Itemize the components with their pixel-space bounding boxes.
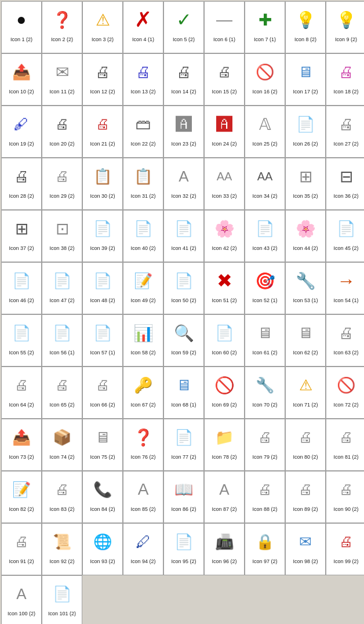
- icon-cell-54[interactable]: →Icon 54 (1): [326, 262, 364, 314]
- icon-cell-20[interactable]: 🖨Icon 20 (2): [42, 106, 82, 158]
- icon-cell-62[interactable]: 🖥Icon 62 (2): [285, 314, 326, 367]
- icon-cell-41[interactable]: 📄Icon 41 (2): [163, 210, 204, 262]
- icon-cell-13[interactable]: 🖨Icon 13 (2): [123, 53, 163, 106]
- icon-cell-84[interactable]: 📞Icon 84 (2): [82, 471, 123, 523]
- icon-cell-70[interactable]: 🔧Icon 70 (2): [245, 367, 285, 419]
- icon-cell-71[interactable]: ⚠Icon 71 (2): [285, 367, 326, 419]
- icon-cell-64[interactable]: 🖨Icon 64 (2): [1, 367, 42, 419]
- icon-cell-12[interactable]: 🖨Icon 12 (2): [82, 53, 123, 106]
- icon-cell-101[interactable]: 📄Icon 101 (2): [42, 575, 82, 624]
- icon-cell-38[interactable]: ⊡Icon 38 (2): [42, 210, 82, 262]
- icon-cell-15[interactable]: 🖨Icon 15 (2): [204, 53, 245, 106]
- icon-cell-90[interactable]: 🖨Icon 90 (2): [326, 471, 364, 523]
- icon-cell-49[interactable]: 📝Icon 49 (2): [123, 262, 163, 314]
- icon-cell-39[interactable]: 📄Icon 39 (2): [82, 210, 123, 262]
- icon-cell-33[interactable]: AAIcon 33 (2): [204, 158, 245, 210]
- icon-cell-4[interactable]: ✗Icon 4 (1): [123, 1, 163, 53]
- icon-cell-50[interactable]: 📄Icon 50 (2): [163, 262, 204, 314]
- icon-cell-98[interactable]: ✉Icon 98 (2): [285, 523, 326, 575]
- icon-cell-81[interactable]: 🖨Icon 81 (2): [326, 419, 364, 471]
- icon-cell-8[interactable]: 💡Icon 8 (2): [285, 1, 326, 53]
- icon-cell-19[interactable]: 🖋Icon 19 (2): [1, 106, 42, 158]
- icon-cell-17[interactable]: 🖥Icon 17 (2): [285, 53, 326, 106]
- icon-cell-86[interactable]: 📖Icon 86 (2): [163, 471, 204, 523]
- icon-cell-47[interactable]: 📄Icon 47 (2): [42, 262, 82, 314]
- icon-cell-28[interactable]: 🖨Icon 28 (2): [1, 158, 42, 210]
- icon-cell-53[interactable]: 🔧Icon 53 (1): [285, 262, 326, 314]
- icon-cell-91[interactable]: 🖨Icon 91 (2): [1, 523, 42, 575]
- icon-cell-68[interactable]: 🖥Icon 68 (1): [163, 367, 204, 419]
- icon-cell-24[interactable]: 🅰Icon 24 (2): [204, 106, 245, 158]
- icon-cell-46[interactable]: 📄Icon 46 (2): [1, 262, 42, 314]
- icon-cell-85[interactable]: AIcon 85 (2): [123, 471, 163, 523]
- icon-cell-34[interactable]: AAIcon 34 (2): [245, 158, 285, 210]
- icon-cell-16[interactable]: 🚫Icon 16 (2): [245, 53, 285, 106]
- icon-cell-93[interactable]: 🌐Icon 93 (2): [82, 523, 123, 575]
- icon-cell-3[interactable]: ⚠Icon 3 (2): [82, 1, 123, 53]
- icon-cell-7[interactable]: ✚Icon 7 (1): [245, 1, 285, 53]
- icon-cell-23[interactable]: 🅰Icon 23 (2): [163, 106, 204, 158]
- icon-cell-51[interactable]: ✖Icon 51 (2): [204, 262, 245, 314]
- icon-cell-37[interactable]: ⊞Icon 37 (2): [1, 210, 42, 262]
- icon-cell-26[interactable]: 📄Icon 26 (2): [285, 106, 326, 158]
- icon-cell-96[interactable]: 📠Icon 96 (2): [204, 523, 245, 575]
- icon-cell-18[interactable]: 🖨Icon 18 (2): [326, 53, 364, 106]
- icon-cell-25[interactable]: 𝔸Icon 25 (2): [245, 106, 285, 158]
- icon-cell-76[interactable]: ❓Icon 76 (2): [123, 419, 163, 471]
- icon-cell-88[interactable]: 🖨Icon 88 (2): [245, 471, 285, 523]
- icon-cell-99[interactable]: 🖨Icon 99 (2): [326, 523, 364, 575]
- icon-cell-56[interactable]: 📄Icon 56 (1): [42, 314, 82, 367]
- icon-cell-73[interactable]: 📤Icon 73 (2): [1, 419, 42, 471]
- icon-cell-43[interactable]: 📄Icon 43 (2): [245, 210, 285, 262]
- icon-cell-36[interactable]: ⊟Icon 36 (2): [326, 158, 364, 210]
- icon-cell-6[interactable]: —Icon 6 (1): [204, 1, 245, 53]
- icon-cell-75[interactable]: 🖥Icon 75 (2): [82, 419, 123, 471]
- icon-cell-77[interactable]: 📄Icon 77 (2): [163, 419, 204, 471]
- icon-cell-22[interactable]: 🗃Icon 22 (2): [123, 106, 163, 158]
- icon-cell-89[interactable]: 🖨Icon 89 (2): [285, 471, 326, 523]
- icon-cell-29[interactable]: 🖨Icon 29 (2): [42, 158, 82, 210]
- icon-cell-30[interactable]: 📋Icon 30 (2): [82, 158, 123, 210]
- icon-cell-21[interactable]: 🖨Icon 21 (2): [82, 106, 123, 158]
- icon-cell-87[interactable]: AIcon 87 (2): [204, 471, 245, 523]
- icon-cell-9[interactable]: 💡Icon 9 (2): [326, 1, 364, 53]
- icon-cell-67[interactable]: 🔑Icon 67 (2): [123, 367, 163, 419]
- icon-cell-1[interactable]: ●Icon 1 (2): [1, 1, 42, 53]
- icon-cell-82[interactable]: 📝Icon 82 (2): [1, 471, 42, 523]
- icon-cell-58[interactable]: 📊Icon 58 (2): [123, 314, 163, 367]
- icon-cell-42[interactable]: 🌸Icon 42 (2): [204, 210, 245, 262]
- icon-cell-63[interactable]: 🖨Icon 63 (2): [326, 314, 364, 367]
- icon-cell-79[interactable]: 🖨Icon 79 (2): [245, 419, 285, 471]
- icon-cell-74[interactable]: 📦Icon 74 (2): [42, 419, 82, 471]
- icon-cell-11[interactable]: ✉Icon 11 (2): [42, 53, 82, 106]
- icon-cell-83[interactable]: 🖨Icon 83 (2): [42, 471, 82, 523]
- icon-cell-72[interactable]: 🚫Icon 72 (2): [326, 367, 364, 419]
- icon-cell-55[interactable]: 📄Icon 55 (2): [1, 314, 42, 367]
- icon-cell-14[interactable]: 🖨Icon 14 (2): [163, 53, 204, 106]
- icon-cell-78[interactable]: 📁Icon 78 (2): [204, 419, 245, 471]
- icon-cell-80[interactable]: 🖨Icon 80 (2): [285, 419, 326, 471]
- icon-cell-65[interactable]: 🖨Icon 65 (2): [42, 367, 82, 419]
- icon-cell-35[interactable]: ⊞Icon 35 (2): [285, 158, 326, 210]
- icon-cell-32[interactable]: AIcon 32 (2): [163, 158, 204, 210]
- icon-cell-97[interactable]: 🔒Icon 97 (2): [245, 523, 285, 575]
- icon-cell-95[interactable]: 📄Icon 95 (2): [163, 523, 204, 575]
- icon-cell-52[interactable]: 🎯Icon 52 (1): [245, 262, 285, 314]
- icon-cell-48[interactable]: 📄Icon 48 (2): [82, 262, 123, 314]
- icon-cell-94[interactable]: 🖊Icon 94 (2): [123, 523, 163, 575]
- icon-cell-60[interactable]: 📄Icon 60 (2): [204, 314, 245, 367]
- icon-cell-69[interactable]: 🚫Icon 69 (2): [204, 367, 245, 419]
- icon-cell-31[interactable]: 📋Icon 31 (2): [123, 158, 163, 210]
- icon-cell-10[interactable]: 📤Icon 10 (2): [1, 53, 42, 106]
- icon-cell-45[interactable]: 📄Icon 45 (2): [326, 210, 364, 262]
- icon-cell-5[interactable]: ✓Icon 5 (2): [163, 1, 204, 53]
- icon-cell-59[interactable]: 🔍Icon 59 (2): [163, 314, 204, 367]
- icon-cell-27[interactable]: 🖨Icon 27 (2): [326, 106, 364, 158]
- icon-cell-66[interactable]: 🖨Icon 66 (2): [82, 367, 123, 419]
- icon-cell-2[interactable]: ❓Icon 2 (2): [42, 1, 82, 53]
- icon-cell-100[interactable]: AIcon 100 (2): [1, 575, 42, 624]
- icon-cell-92[interactable]: 📜Icon 92 (2): [42, 523, 82, 575]
- icon-cell-44[interactable]: 🌸Icon 44 (2): [285, 210, 326, 262]
- icon-cell-40[interactable]: 📄Icon 40 (2): [123, 210, 163, 262]
- icon-cell-57[interactable]: 📄Icon 57 (1): [82, 314, 123, 367]
